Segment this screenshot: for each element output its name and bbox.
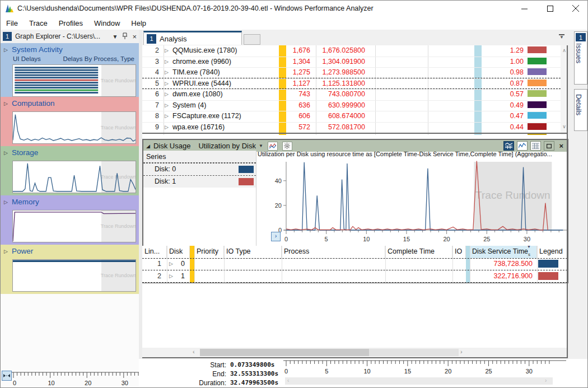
expander-icon[interactable]: ▷	[165, 59, 169, 64]
minimize-icon	[521, 6, 528, 12]
graph-thumbnail[interactable]: Trace Rundown	[12, 259, 136, 292]
end-value: 32.553313300s	[230, 370, 278, 378]
svg-text:20: 20	[85, 380, 91, 386]
graph-explorer-title: Graph Explorer - C:\Users\...	[15, 32, 110, 40]
column-header-lin-[interactable]: Lin...	[142, 246, 167, 258]
process-row[interactable]: 6▷dwm.exe (1080)743743.0807000.57	[142, 89, 568, 101]
collapse-icon[interactable]: ◢	[146, 143, 150, 149]
row-number: 4	[142, 68, 159, 76]
scrollbar-track[interactable]	[369, 349, 459, 356]
view-preset-dropdown[interactable]: Utilization by Disk ▼	[198, 142, 263, 150]
scroll-right-icon[interactable]: ›	[460, 348, 463, 355]
dropdown-arrow-icon: ▼	[259, 143, 263, 148]
series-row[interactable]: Disk: 0	[143, 163, 256, 175]
scroll-right-icon[interactable]: ›	[545, 377, 547, 384]
maximize-button[interactable]	[537, 1, 563, 16]
weight-value: 0.57	[489, 90, 524, 98]
section-label[interactable]: Storage	[12, 148, 38, 157]
column-header-disk-service-time[interactable]: Disk Service Times▼	[470, 246, 537, 258]
time-value: 1,304.091900	[316, 58, 365, 66]
expander-icon[interactable]: ▷	[4, 47, 12, 53]
expander-icon[interactable]: ▷	[165, 124, 169, 130]
expander-icon[interactable]: ▷	[4, 101, 12, 106]
column-header-label: Process	[284, 247, 309, 255]
tab-analysis[interactable]: 1 Analysis	[143, 31, 242, 45]
scrollbar-thumb[interactable]	[200, 349, 369, 356]
dropdown-icon[interactable]: ▼	[110, 34, 120, 40]
section-title: ▷Power	[4, 247, 33, 255]
process-name: TIM.exe (7840)	[172, 68, 220, 76]
tab-issues[interactable]: 1 Issues	[574, 31, 587, 85]
zoom-fit-button[interactable]	[2, 371, 12, 381]
column-header-io[interactable]: IO	[452, 246, 466, 258]
column-header-legend[interactable]: Legend	[537, 246, 567, 258]
expander-icon[interactable]: ▷	[165, 81, 169, 86]
expander-icon[interactable]: ▷	[165, 102, 169, 108]
tab-overflow-button[interactable]: ▼	[558, 34, 566, 41]
table-only-view-button[interactable]	[530, 141, 541, 151]
graph-thumbnail[interactable]: Trace Rundown	[12, 64, 136, 97]
column-header-disk[interactable]: Disk	[167, 246, 190, 258]
column-header-complete-time[interactable]: Complete Time	[385, 246, 452, 258]
column-header-io-type[interactable]: IO Type	[224, 246, 282, 258]
menu-trace[interactable]: Trace	[24, 17, 53, 29]
disk-table-row[interactable]: 1▷0738,728.500	[142, 258, 567, 270]
section-label[interactable]: Power	[12, 247, 33, 255]
chart-and-table-view-button[interactable]	[503, 141, 514, 151]
svg-text:10: 10	[363, 368, 370, 375]
process-row[interactable]: 4▷TIM.exe (7840)1,2751,273.9885000.98	[142, 67, 568, 79]
column-header-priority[interactable]: Priority	[194, 246, 224, 258]
expander-icon[interactable]: ▷	[165, 113, 169, 119]
process-row[interactable]: 2▷QQMusic.exe (1780)1,6761,676.0258001.2…	[142, 45, 568, 57]
process-row[interactable]: 3▷chrome.exe (9960)1,3041,304.0919001.00	[142, 57, 568, 68]
expander-icon[interactable]: ▷	[4, 199, 12, 205]
new-tab-button[interactable]	[244, 34, 260, 45]
selection-dash-bottom	[142, 88, 561, 89]
disk-table-row[interactable]: 2▷1322,716.900	[142, 270, 567, 283]
expander-icon[interactable]: ▷	[4, 249, 12, 254]
graph-thumbnail[interactable]: Trace Rundown	[12, 210, 136, 242]
analysis-horizontal-scrollbar[interactable]: ‹ ›	[142, 348, 568, 357]
section-label[interactable]: Memory	[12, 198, 39, 206]
restore-icon	[547, 144, 552, 148]
close-icon	[572, 5, 579, 12]
expander-icon[interactable]: ▷	[165, 69, 169, 75]
time-value: 572.081700	[316, 123, 365, 131]
process-name: chrome.exe (9960)	[172, 58, 231, 66]
pin-icon[interactable]	[120, 32, 130, 40]
expander-icon[interactable]: ▷	[165, 91, 169, 97]
menu-help[interactable]: Help	[125, 17, 152, 29]
timeline-scrollbar[interactable]: ‹ ›	[285, 377, 553, 385]
process-row[interactable]: 9▷wpa.exe (16716)572572.0817000.44	[142, 122, 568, 134]
process-row[interactable]: 7▷System (4)636630.9999000.49	[142, 100, 568, 112]
restore-panel-button[interactable]	[544, 141, 554, 151]
scroll-left-icon[interactable]: ‹	[193, 348, 195, 355]
process-row[interactable]: 8▷FSCapture.exe (1172)606608.6740000.47	[142, 111, 568, 123]
chart-only-view-button[interactable]	[517, 141, 528, 151]
disk-usage-close-icon[interactable]: ×	[557, 142, 565, 150]
section-label[interactable]: System Activity	[12, 45, 63, 54]
open-graph-button[interactable]	[268, 142, 278, 151]
expander-icon[interactable]: ▷	[4, 150, 12, 156]
disk-utilization-chart[interactable]: Trace Rundown02040051015202530	[258, 160, 567, 244]
menu-file[interactable]: File	[1, 17, 24, 29]
menu-profiles[interactable]: Profiles	[53, 17, 88, 29]
graph-settings-button[interactable]	[282, 142, 292, 151]
minimize-button[interactable]	[511, 1, 537, 16]
section-label[interactable]: Computation	[12, 99, 55, 107]
analysis-tab-label: Analysis	[160, 35, 186, 43]
series-row[interactable]: Disk: 1	[143, 176, 256, 188]
scroll-left-icon[interactable]: ‹	[287, 377, 289, 384]
tab-details[interactable]: Details	[574, 89, 587, 131]
close-button[interactable]	[563, 1, 588, 16]
graph-thumbnail[interactable]: Trace Rundown	[12, 111, 136, 144]
chart-expand-button[interactable]: ›	[271, 232, 281, 241]
column-header-process[interactable]: Process	[282, 246, 385, 258]
process-row[interactable]: 5▷WPRUI.exe (5444)1,1271,125.1318000.87	[142, 78, 568, 90]
graph-thumbnail[interactable]: Trace Rundown	[12, 161, 136, 193]
legend-swatch	[528, 101, 547, 108]
expander-icon[interactable]: ▷	[165, 48, 169, 53]
graph-explorer-close-icon[interactable]: ×	[130, 32, 139, 41]
menu-window[interactable]: Window	[88, 17, 125, 29]
disk-usage-header[interactable]: ◢ Disk Usage Utilization by Disk ▼	[143, 140, 567, 152]
